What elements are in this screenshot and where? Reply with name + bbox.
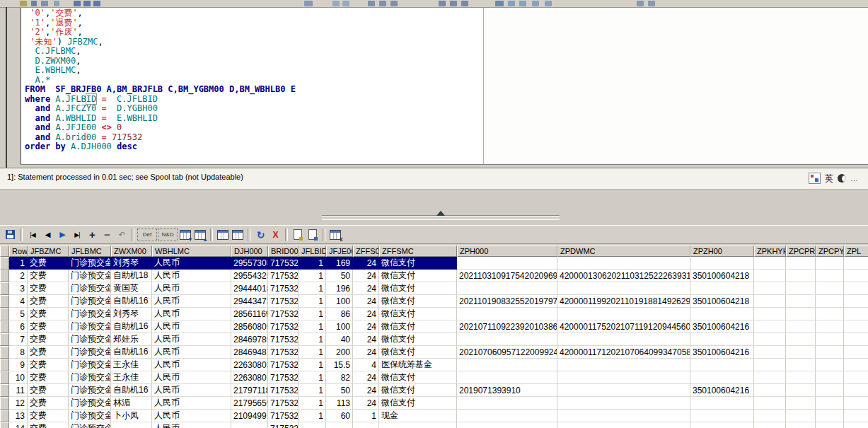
- cell-ZPKHYH[interactable]: [754, 282, 786, 295]
- cell-ZPZH00[interactable]: 350100604218: [690, 270, 754, 282]
- cell-JFJE00[interactable]: 15.5: [326, 359, 353, 371]
- cell-ZPL[interactable]: [844, 308, 868, 320]
- cell-ZPL[interactable]: [844, 422, 868, 428]
- cell-ZPZH00[interactable]: [690, 410, 754, 422]
- column-header-ZPCPYY[interactable]: ZPCPYY: [816, 245, 844, 257]
- first-record-button[interactable]: |◀: [25, 227, 40, 243]
- splitter-grip-icon[interactable]: [436, 211, 445, 216]
- cell-ZWXM00[interactable]: 自助机18: [111, 270, 152, 282]
- cell-ZFFSMC[interactable]: 微信支付: [379, 333, 457, 346]
- cell-JFJE00[interactable]: 50: [326, 384, 353, 397]
- column-header-JFLBMC[interactable]: JFLBMC: [69, 245, 111, 257]
- cell-JFLBMC[interactable]: 门诊预交金: [69, 384, 111, 397]
- cell-JFLBID[interactable]: [299, 422, 326, 428]
- cell-JFLBID[interactable]: 1: [299, 371, 326, 384]
- cell-ZPH000[interactable]: 20211019083255201979790: [457, 295, 557, 308]
- cell-ZPZH00[interactable]: [690, 422, 754, 428]
- cell-ZPKHYH[interactable]: [754, 359, 786, 371]
- cell-ZPCPRQ[interactable]: [786, 346, 816, 359]
- cell-ZFFS00[interactable]: 1: [353, 410, 379, 422]
- cell-DJH000[interactable]: 29557308: [231, 257, 268, 270]
- cell-ZPZH00[interactable]: [690, 371, 754, 384]
- cell-ZFFSMC[interactable]: 微信支付: [379, 282, 457, 295]
- cell-ZPH000[interactable]: 2019071393910: [457, 384, 557, 397]
- cell-ZPH000[interactable]: [457, 410, 557, 422]
- cell-JFJE00[interactable]: 82: [326, 371, 353, 384]
- cell-ZPCPRQ[interactable]: [786, 257, 816, 270]
- cell-ZFFS00[interactable]: [353, 422, 379, 428]
- cell-BRID00[interactable]: 717532: [268, 295, 299, 308]
- cell-ZPZH00[interactable]: [690, 257, 754, 270]
- refresh-button[interactable]: ↻: [253, 227, 267, 243]
- cell-ZPH000[interactable]: [457, 397, 557, 410]
- cell-ZPCPYY[interactable]: [816, 282, 844, 295]
- cell-ZPDWMC[interactable]: [557, 308, 690, 320]
- row-gutter[interactable]: [0, 282, 9, 295]
- cell-rownum[interactable]: 6: [9, 320, 28, 333]
- cell-WBHLMC[interactable]: 人民币: [152, 397, 231, 410]
- cell-JFJE00[interactable]: 100: [326, 295, 353, 308]
- cell-BRID00[interactable]: 717532: [268, 308, 299, 320]
- cell-ZPCPYY[interactable]: [816, 333, 844, 346]
- cell-rownum[interactable]: 5: [9, 308, 28, 320]
- column-header-JFJE00[interactable]: JFJE00: [326, 245, 353, 257]
- cell-ZPDWMC[interactable]: [557, 282, 690, 295]
- column-header-ZPCPRQ[interactable]: ZPCPRQ: [786, 245, 816, 257]
- cell-ZPZH00[interactable]: [690, 397, 754, 410]
- cell-JFBZMC[interactable]: 交费: [28, 333, 69, 346]
- cell-ZPCPYY[interactable]: [816, 384, 844, 397]
- cell-WBHLMC[interactable]: 人民币: [152, 384, 231, 397]
- cell-JFBZMC[interactable]: 交费: [28, 384, 69, 397]
- cell-JFJE00[interactable]: 200: [326, 346, 353, 359]
- cell-rownum[interactable]: 4: [9, 295, 28, 308]
- cell-ZPCPYY[interactable]: [816, 371, 844, 384]
- ime-more-dots[interactable]: …: [850, 174, 858, 183]
- cell-JFLBID[interactable]: 1: [299, 410, 326, 422]
- default-order-toggle[interactable]: Def: [137, 229, 157, 241]
- cell-ZFFS00[interactable]: 24: [353, 346, 379, 359]
- cell-ZWXM00[interactable]: 黄国英: [111, 282, 152, 295]
- cell-JFLBID[interactable]: 1: [299, 270, 326, 282]
- cell-ZFFS00[interactable]: 24: [353, 282, 379, 295]
- cell-ZFFS00[interactable]: 24: [353, 333, 379, 346]
- cell-rownum[interactable]: 11: [9, 384, 28, 397]
- cell-ZFFSMC[interactable]: 微信支付: [379, 346, 457, 359]
- cell-ZPDWMC[interactable]: [557, 257, 690, 270]
- cell-JFBZMC[interactable]: 交费: [28, 282, 69, 295]
- cell-ZPDWMC[interactable]: [557, 371, 690, 384]
- single-record-view-button[interactable]: ▼: [178, 227, 192, 243]
- cell-DJH000[interactable]: 28469789: [231, 333, 268, 346]
- cell-ZPL[interactable]: [844, 257, 868, 270]
- cell-ZPL[interactable]: [844, 270, 868, 282]
- cell-JFLBMC[interactable]: 门诊预交金: [69, 333, 111, 346]
- cell-ZPZH00[interactable]: 350100604216: [690, 346, 754, 359]
- cell-ZPKHYH[interactable]: [754, 397, 786, 410]
- row-gutter[interactable]: [0, 270, 9, 282]
- cell-ZFFSMC[interactable]: 医保统筹基金: [379, 359, 457, 371]
- cell-ZFFS00[interactable]: 4: [353, 359, 379, 371]
- last-record-button[interactable]: ▶|: [70, 227, 84, 243]
- cell-rownum[interactable]: 8: [9, 346, 28, 359]
- cell-ZWXM00[interactable]: 刘秀琴: [111, 257, 152, 270]
- cell-ZPL[interactable]: [844, 295, 868, 308]
- cell-JFJE00[interactable]: 40: [326, 333, 353, 346]
- cell-ZPH000[interactable]: [457, 359, 557, 371]
- cell-JFLBID[interactable]: 1: [299, 359, 326, 371]
- cell-ZPCPYY[interactable]: [816, 397, 844, 410]
- cell-ZPDWMC[interactable]: 4200001171202107064099347058: [557, 346, 690, 359]
- row-gutter[interactable]: [0, 308, 9, 320]
- column-header-ZPDWMC[interactable]: ZPDWMC: [557, 245, 690, 257]
- cell-ZPCPRQ[interactable]: [786, 282, 816, 295]
- cell-ZFFS00[interactable]: 24: [353, 371, 379, 384]
- cell-DJH000[interactable]: 21797118: [231, 384, 268, 397]
- cell-ZPZH00[interactable]: [690, 333, 754, 346]
- cell-BRID00[interactable]: 717532: [268, 371, 299, 384]
- cell-ZPCPRQ[interactable]: [786, 371, 816, 384]
- cell-ZWXM00[interactable]: 郑娃乐: [111, 333, 152, 346]
- cell-DJH000[interactable]: 28469487: [231, 346, 268, 359]
- cell-JFLBMC[interactable]: 门诊预交金: [69, 282, 111, 295]
- cell-rownum[interactable]: 12: [9, 397, 28, 410]
- row-gutter[interactable]: [0, 410, 9, 422]
- cell-JFLBMC[interactable]: 门诊预交金: [69, 397, 111, 410]
- column-header-ZPKHYH[interactable]: ZPKHYH: [754, 245, 786, 257]
